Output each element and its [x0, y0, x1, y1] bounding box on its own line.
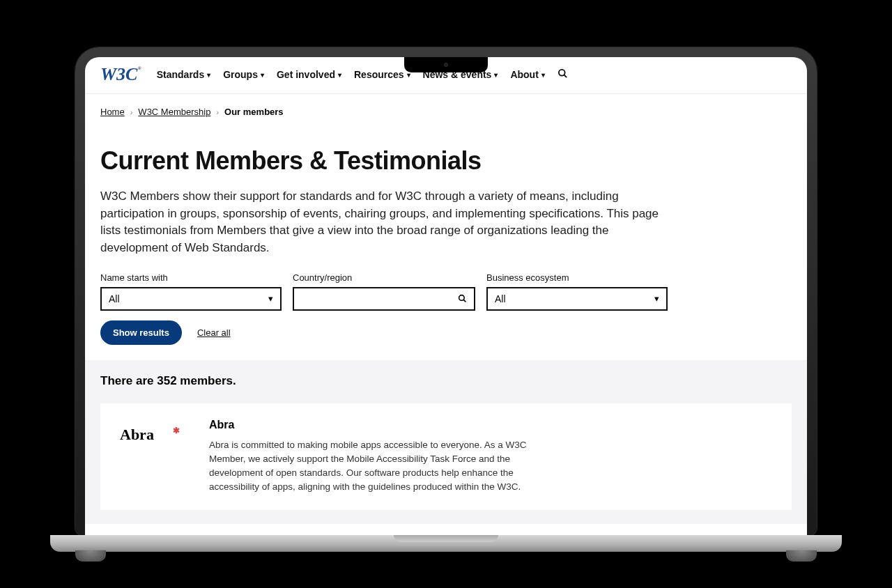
- nav-label: About: [510, 69, 538, 80]
- registered-mark: ®: [137, 65, 141, 71]
- results-section: There are 352 members. Abra✱ Abra Abra i…: [85, 360, 807, 524]
- results-count: There are 352 members.: [100, 374, 792, 388]
- svg-point-0: [559, 69, 565, 75]
- clear-all-link[interactable]: Clear all: [197, 327, 231, 338]
- browser-screen: W3C® Standards▾ Groups▾ Get involved▾ Re…: [85, 57, 807, 535]
- chevron-down-icon: ▾: [654, 293, 659, 304]
- ecosystem-select[interactable]: All ▾: [486, 287, 668, 311]
- breadcrumb-home[interactable]: Home: [100, 107, 125, 117]
- select-value: All: [109, 293, 120, 304]
- chevron-down-icon: ▾: [268, 293, 273, 304]
- breadcrumb: Home › W3C Membership › Our members: [85, 94, 807, 121]
- main-content: Current Members & Testimonials W3C Membe…: [85, 121, 807, 535]
- chevron-down-icon: ▾: [261, 71, 264, 79]
- country-input[interactable]: [293, 287, 475, 311]
- laptop-foot: [75, 550, 106, 562]
- nav-label: Groups: [223, 69, 258, 80]
- breadcrumb-current: Our members: [224, 107, 284, 117]
- filter-country: Country/region: [293, 272, 475, 311]
- nav-get-involved[interactable]: Get involved▾: [277, 69, 341, 80]
- filter-label: Country/region: [293, 272, 475, 283]
- name-starts-select[interactable]: All ▾: [100, 287, 282, 311]
- search-icon: [558, 68, 568, 79]
- nav-groups[interactable]: Groups▾: [223, 69, 264, 80]
- chevron-down-icon: ▾: [207, 71, 210, 79]
- notch: [404, 57, 488, 72]
- w3c-logo[interactable]: W3C®: [100, 64, 141, 85]
- search-button[interactable]: [558, 68, 568, 82]
- breadcrumb-membership[interactable]: W3C Membership: [138, 107, 210, 117]
- member-logo-text: Abra: [120, 426, 154, 443]
- svg-point-2: [459, 295, 465, 301]
- camera-dot: [444, 63, 448, 67]
- chevron-right-icon: ›: [216, 108, 219, 116]
- member-logo: Abra✱: [120, 419, 190, 444]
- svg-line-3: [463, 300, 466, 302]
- laptop-base: [50, 535, 842, 552]
- chevron-down-icon: ▾: [338, 71, 341, 79]
- intro-text: W3C Members show their support for stand…: [100, 188, 672, 257]
- show-results-button[interactable]: Show results: [100, 320, 182, 345]
- filter-name-starts: Name starts with All ▾: [100, 272, 282, 311]
- chevron-down-icon: ▾: [541, 71, 545, 79]
- nav-about[interactable]: About▾: [510, 69, 544, 80]
- filter-label: Business ecosystem: [486, 272, 668, 283]
- nav-resources[interactable]: Resources▾: [354, 69, 410, 80]
- chevron-down-icon: ▾: [494, 71, 498, 79]
- filter-actions: Show results Clear all: [100, 320, 792, 345]
- member-description: Abra is committed to making mobile apps …: [209, 438, 544, 495]
- member-name: Abra: [209, 419, 544, 431]
- svg-line-1: [564, 75, 567, 77]
- search-icon: [458, 294, 467, 303]
- filter-ecosystem: Business ecosystem All ▾: [486, 272, 668, 311]
- nav-standards[interactable]: Standards▾: [157, 69, 210, 80]
- select-value: All: [495, 293, 506, 304]
- chevron-right-icon: ›: [130, 108, 133, 116]
- filter-label: Name starts with: [100, 272, 282, 283]
- spark-icon: ✱: [173, 426, 180, 436]
- member-card: Abra✱ Abra Abra is committed to making m…: [100, 403, 792, 510]
- nav-label: Standards: [157, 69, 204, 80]
- nav-label: Resources: [354, 69, 404, 80]
- nav-label: Get involved: [277, 69, 335, 80]
- logo-text: W3C: [100, 64, 137, 84]
- member-body: Abra Abra is committed to making mobile …: [209, 419, 544, 495]
- filter-row: Name starts with All ▾ Country/region Bu…: [100, 272, 792, 311]
- laptop-foot: [786, 550, 817, 562]
- page-title: Current Members & Testimonials: [100, 146, 792, 176]
- laptop-frame: W3C® Standards▾ Groups▾ Get involved▾ Re…: [75, 47, 817, 535]
